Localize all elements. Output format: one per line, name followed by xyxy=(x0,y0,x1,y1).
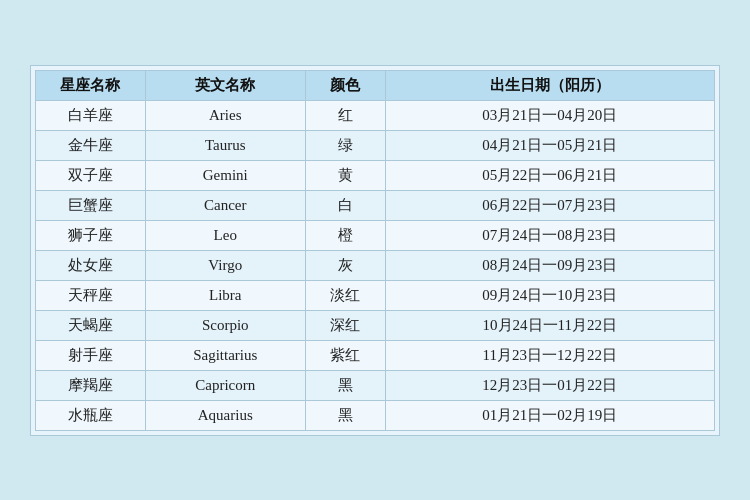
cell-date: 08月24日一09月23日 xyxy=(385,250,714,280)
cell-en: Capricorn xyxy=(145,370,305,400)
header-date: 出生日期（阳历） xyxy=(385,70,714,100)
table-row: 狮子座Leo橙07月24日一08月23日 xyxy=(36,220,715,250)
cell-en: Cancer xyxy=(145,190,305,220)
table-row: 摩羯座Capricorn黑12月23日一01月22日 xyxy=(36,370,715,400)
cell-color: 红 xyxy=(305,100,385,130)
table-row: 处女座Virgo灰08月24日一09月23日 xyxy=(36,250,715,280)
cell-color: 黑 xyxy=(305,400,385,430)
cell-date: 04月21日一05月21日 xyxy=(385,130,714,160)
cell-cn: 双子座 xyxy=(36,160,146,190)
cell-date: 12月23日一01月22日 xyxy=(385,370,714,400)
table-body: 白羊座Aries红03月21日一04月20日金牛座Taurus绿04月21日一0… xyxy=(36,100,715,430)
cell-cn: 处女座 xyxy=(36,250,146,280)
cell-cn: 狮子座 xyxy=(36,220,146,250)
cell-color: 深红 xyxy=(305,310,385,340)
table-row: 射手座Sagittarius紫红11月23日一12月22日 xyxy=(36,340,715,370)
cell-en: Gemini xyxy=(145,160,305,190)
table-header-row: 星座名称 英文名称 颜色 出生日期（阳历） xyxy=(36,70,715,100)
table-row: 巨蟹座Cancer白06月22日一07月23日 xyxy=(36,190,715,220)
cell-color: 淡红 xyxy=(305,280,385,310)
cell-cn: 水瓶座 xyxy=(36,400,146,430)
table-row: 双子座Gemini黄05月22日一06月21日 xyxy=(36,160,715,190)
header-color: 颜色 xyxy=(305,70,385,100)
cell-color: 紫红 xyxy=(305,340,385,370)
cell-cn: 白羊座 xyxy=(36,100,146,130)
table-row: 天蝎座Scorpio深红10月24日一11月22日 xyxy=(36,310,715,340)
cell-date: 05月22日一06月21日 xyxy=(385,160,714,190)
cell-color: 橙 xyxy=(305,220,385,250)
cell-cn: 天秤座 xyxy=(36,280,146,310)
cell-cn: 射手座 xyxy=(36,340,146,370)
table-row: 天秤座Libra淡红09月24日一10月23日 xyxy=(36,280,715,310)
cell-en: Leo xyxy=(145,220,305,250)
table-row: 白羊座Aries红03月21日一04月20日 xyxy=(36,100,715,130)
cell-date: 06月22日一07月23日 xyxy=(385,190,714,220)
cell-color: 黑 xyxy=(305,370,385,400)
header-cn: 星座名称 xyxy=(36,70,146,100)
cell-color: 灰 xyxy=(305,250,385,280)
cell-color: 黄 xyxy=(305,160,385,190)
cell-en: Sagittarius xyxy=(145,340,305,370)
header-en: 英文名称 xyxy=(145,70,305,100)
cell-color: 绿 xyxy=(305,130,385,160)
cell-date: 07月24日一08月23日 xyxy=(385,220,714,250)
table-row: 水瓶座Aquarius黑01月21日一02月19日 xyxy=(36,400,715,430)
cell-date: 01月21日一02月19日 xyxy=(385,400,714,430)
cell-en: Aries xyxy=(145,100,305,130)
cell-date: 09月24日一10月23日 xyxy=(385,280,714,310)
cell-en: Taurus xyxy=(145,130,305,160)
cell-color: 白 xyxy=(305,190,385,220)
cell-cn: 天蝎座 xyxy=(36,310,146,340)
cell-date: 03月21日一04月20日 xyxy=(385,100,714,130)
cell-en: Scorpio xyxy=(145,310,305,340)
cell-date: 10月24日一11月22日 xyxy=(385,310,714,340)
cell-en: Libra xyxy=(145,280,305,310)
zodiac-table: 星座名称 英文名称 颜色 出生日期（阳历） 白羊座Aries红03月21日一04… xyxy=(35,70,715,431)
zodiac-table-wrapper: 星座名称 英文名称 颜色 出生日期（阳历） 白羊座Aries红03月21日一04… xyxy=(30,65,720,436)
cell-en: Aquarius xyxy=(145,400,305,430)
table-row: 金牛座Taurus绿04月21日一05月21日 xyxy=(36,130,715,160)
cell-date: 11月23日一12月22日 xyxy=(385,340,714,370)
cell-en: Virgo xyxy=(145,250,305,280)
cell-cn: 巨蟹座 xyxy=(36,190,146,220)
cell-cn: 摩羯座 xyxy=(36,370,146,400)
cell-cn: 金牛座 xyxy=(36,130,146,160)
